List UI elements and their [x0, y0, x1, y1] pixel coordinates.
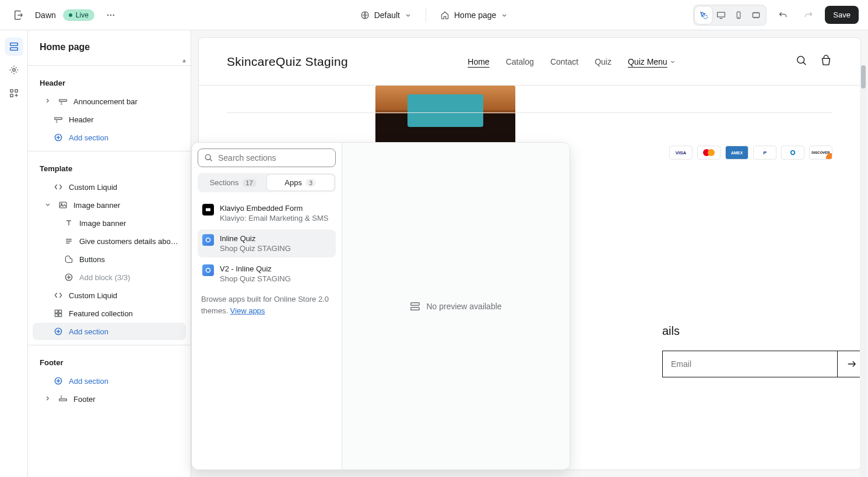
desktop-view-button[interactable]	[712, 6, 730, 24]
add-icon	[64, 273, 73, 282]
page-selector[interactable]: Home page	[440, 10, 508, 20]
add-section-header[interactable]: Add section	[33, 129, 186, 146]
app-item[interactable]: Klaviyo Embedded FormKlaviyo: Email Mark…	[198, 199, 336, 227]
block-image-banner[interactable]: Image banner	[33, 214, 186, 232]
nav-quiz[interactable]: Quiz	[595, 57, 612, 66]
sections-sidebar: Home page ▲ Header Announcement bar Head…	[28, 30, 191, 477]
section-footer[interactable]: Footer	[33, 390, 186, 408]
svg-point-31	[205, 154, 210, 160]
code-icon	[54, 182, 63, 192]
inspector-toggle[interactable]	[695, 6, 712, 24]
sidebar-title: Home page	[28, 30, 191, 61]
text-icon	[64, 218, 73, 228]
code-icon	[54, 291, 63, 300]
left-rail	[0, 30, 28, 477]
app-item[interactable]: V2 - Inline QuizShop Quiz STAGING	[198, 260, 336, 288]
add-block-disabled: Add block (3/3)	[33, 268, 186, 286]
svg-point-34	[206, 268, 210, 272]
add-section-popover: Sections 17 Apps 3 Klaviyo Embedded Form…	[191, 142, 570, 470]
rail-sections-button[interactable]	[5, 37, 23, 56]
block-buttons[interactable]: Buttons	[33, 250, 186, 268]
app-vendor: Shop Quiz STAGING	[220, 244, 291, 253]
paragraph-icon	[64, 236, 73, 246]
newsletter-title-fragment: ails	[662, 324, 861, 338]
section-custom-liquid-1[interactable]: Custom Liquid	[33, 178, 186, 196]
tab-sections[interactable]: Sections 17	[199, 175, 267, 190]
view-apps-link[interactable]: View apps	[230, 306, 265, 315]
browse-apps-text: Browse apps built for Online Store 2.0 t…	[198, 288, 336, 322]
grid-icon	[54, 309, 63, 318]
section-header[interactable]: Header	[33, 111, 186, 128]
section-icon	[58, 394, 68, 404]
tab-sections-count: 17	[243, 179, 256, 187]
pay-visa-icon: VISA	[669, 146, 693, 160]
section-featured-collection[interactable]: Featured collection	[33, 305, 186, 322]
tab-apps-count: 3	[305, 179, 316, 187]
section-announcement-bar[interactable]: Announcement bar	[33, 93, 186, 110]
nav-quiz-menu[interactable]: Quiz Menu	[628, 57, 676, 66]
redo-button[interactable]	[799, 6, 818, 24]
rail-settings-button[interactable]	[5, 61, 23, 79]
subscribe-button[interactable]	[837, 351, 861, 377]
collapse-caret-icon[interactable]: ▲	[181, 57, 187, 63]
topbar: Dawn Live Default Home page	[0, 0, 868, 30]
store-name: SkincareQuiz Staging	[227, 55, 348, 69]
section-icon	[54, 115, 63, 124]
pay-discover-icon: DISCOVER	[809, 146, 832, 160]
undo-button[interactable]	[774, 6, 792, 24]
svg-rect-13	[15, 90, 17, 93]
svg-rect-24	[59, 314, 62, 317]
add-section-template[interactable]: Add section	[33, 323, 186, 340]
svg-rect-27	[59, 399, 67, 401]
tab-apps[interactable]: Apps 3	[267, 175, 335, 190]
rail-apps-button[interactable]	[5, 84, 23, 103]
locale-selector[interactable]: Default	[360, 10, 412, 20]
search-icon	[204, 153, 213, 162]
svg-rect-14	[10, 94, 13, 97]
mobile-view-button[interactable]	[730, 6, 747, 24]
search-input[interactable]	[218, 153, 329, 162]
svg-point-2	[113, 14, 114, 16]
search-sections[interactable]	[198, 149, 336, 167]
preview-scrollbar[interactable]	[860, 65, 867, 477]
section-image-banner[interactable]: Image banner	[33, 196, 186, 214]
app-item[interactable]: Inline QuizShop Quiz STAGING	[198, 229, 336, 257]
nav-home[interactable]: Home	[468, 57, 489, 66]
segmented-tabs: Sections 17 Apps 3	[198, 173, 336, 192]
pay-paypal-icon: P	[753, 146, 776, 160]
add-icon	[54, 327, 63, 336]
more-menu-button[interactable]	[101, 6, 120, 24]
svg-rect-5	[718, 12, 725, 17]
store-header: SkincareQuiz Staging Home Catalog Contac…	[199, 38, 860, 86]
store-nav: Home Catalog Contact Quiz Quiz Menu	[468, 57, 675, 66]
theme-name: Dawn	[35, 10, 56, 20]
payment-icons: VISA AMEX P DISCOVER	[669, 146, 832, 160]
search-icon[interactable]	[795, 54, 808, 69]
svg-rect-9	[10, 43, 17, 46]
add-icon	[54, 133, 63, 142]
app-vendor: Shop Quiz STAGING	[220, 274, 291, 283]
nav-contact[interactable]: Contact	[550, 57, 578, 66]
nav-catalog[interactable]: Catalog	[506, 57, 534, 66]
app-name: Inline Quiz	[220, 234, 291, 243]
fullscreen-view-button[interactable]	[747, 6, 765, 24]
section-custom-liquid-2[interactable]: Custom Liquid	[33, 287, 186, 304]
globe-icon	[360, 10, 370, 20]
cart-icon[interactable]	[820, 54, 832, 69]
block-give-details[interactable]: Give customers details about ...	[33, 232, 186, 250]
svg-point-1	[110, 14, 112, 16]
svg-rect-21	[55, 310, 58, 313]
add-section-footer[interactable]: Add section	[33, 372, 186, 390]
exit-button[interactable]	[9, 6, 28, 24]
svg-point-0	[107, 14, 109, 16]
no-preview-panel: No preview available	[342, 143, 570, 469]
email-input[interactable]	[662, 351, 837, 377]
save-button[interactable]: Save	[825, 6, 859, 24]
svg-point-11	[12, 69, 15, 72]
svg-rect-32	[206, 209, 210, 211]
chevron-down-icon	[501, 12, 508, 19]
button-icon	[64, 255, 73, 264]
svg-rect-16	[55, 118, 62, 119]
footer-divider	[227, 112, 832, 113]
chevron-down-icon	[670, 59, 676, 65]
